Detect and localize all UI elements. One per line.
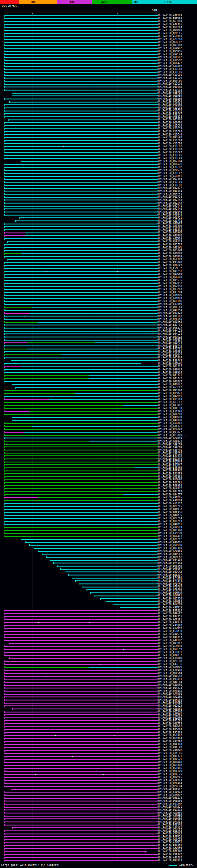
hit-label[interactable]: UniRef100_C1ICC0	[158, 181, 197, 184]
hit-bar-segment[interactable]	[4, 741, 157, 742]
hit-label[interactable]: UniRef100_Q1G512	[158, 809, 197, 812]
hit-bar-segment[interactable]	[4, 179, 157, 180]
hit-bar-segment[interactable]	[30, 545, 157, 546]
hit-bar-segment[interactable]	[106, 601, 157, 602]
hit-bar-segment[interactable]	[4, 503, 157, 504]
hit-label[interactable]: UniRef100_C5MLJ7	[158, 267, 197, 270]
hit-bar-segment[interactable]	[4, 482, 157, 483]
hit-label[interactable]: UniRef100_Q52T40	[158, 208, 197, 211]
hit-bar-segment[interactable]	[4, 170, 157, 171]
hit-label[interactable]: UniRef100_C0SPH2	[158, 445, 197, 448]
hit-label[interactable]: UniRef100_B5G526	[158, 163, 197, 166]
hit-label[interactable]: UniRef100_Q9S535	[158, 279, 197, 282]
hit-label[interactable]: UniRef100_Q8GSW3	[158, 231, 197, 234]
hit-label[interactable]: UniRef100_B5M690	[158, 478, 197, 481]
hit-bar-segment[interactable]	[4, 75, 157, 76]
hit-label[interactable]: UniRef100_Q43742	[158, 377, 197, 380]
hit-bar-segment[interactable]	[4, 351, 157, 352]
hit-label[interactable]: UniRef100_UP1000...	[158, 434, 197, 437]
hit-label[interactable]: UniRef100_Q6RTM6	[158, 300, 197, 303]
hit-bar-segment[interactable]	[4, 399, 49, 400]
hit-bar-segment[interactable]	[50, 560, 157, 561]
hit-label[interactable]: UniRef100_A2I2I8	[158, 38, 197, 41]
hit-label[interactable]: UniRef100_B6VEH3	[158, 603, 197, 606]
hit-label[interactable]: UniRef100_B8A9D2	[158, 844, 197, 847]
hit-bar-segment[interactable]	[4, 456, 157, 456]
hit-bar-segment[interactable]	[27, 342, 95, 343]
hit-bar-segment[interactable]	[4, 691, 157, 691]
hit-label[interactable]: UniRef100_C1ICC5	[158, 124, 197, 127]
hit-label[interactable]: UniRef100_Q1H9B6	[158, 817, 197, 820]
hit-label[interactable]: UniRef100_C5WVG3	[158, 791, 197, 794]
hit-label[interactable]: UniRef100_Q6Z3X6	[158, 710, 197, 713]
hit-label[interactable]: UniRef100_B2NIV8	[158, 699, 197, 702]
hit-label[interactable]: UniRef100_B9VLW1	[158, 80, 197, 83]
hit-bar-segment[interactable]	[4, 226, 157, 227]
hit-label[interactable]: UniRef100_Q8LEJ4	[158, 797, 197, 800]
hit-label[interactable]: UniRef100_Q5DWW1	[158, 363, 197, 366]
hit-label[interactable]: UniRef100_A9PHE6	[158, 814, 197, 817]
hit-bar-segment[interactable]	[4, 834, 157, 834]
hit-label[interactable]: UniRef100_A5BJF6	[158, 422, 197, 425]
hit-bar-segment[interactable]	[4, 854, 157, 855]
hit-bar-segment[interactable]	[4, 182, 157, 183]
hit-label[interactable]: UniRef100_B9TJG9	[158, 547, 197, 550]
hit-bar-segment[interactable]	[25, 235, 157, 236]
hit-label[interactable]: UniRef100_B4FM35	[158, 514, 197, 517]
hit-label[interactable]: UniRef100_B956P0	[158, 136, 197, 139]
hit-label[interactable]: UniRef100_B4FM51	[158, 523, 197, 526]
hit-bar-segment[interactable]	[4, 194, 157, 195]
hit-bar-segment[interactable]	[4, 435, 157, 436]
hit-bar-segment[interactable]	[72, 578, 157, 579]
hit-label[interactable]: UniRef100_Q9ZWN9	[158, 273, 197, 276]
hit-bar-segment[interactable]	[4, 750, 157, 751]
hit-bar-segment[interactable]	[4, 831, 157, 831]
hit-label[interactable]: UniRef100_Q5G1B0	[158, 276, 197, 279]
hit-bar-segment[interactable]	[25, 232, 157, 234]
hit-label[interactable]: UniRef100_Q70FM1	[158, 583, 197, 586]
hit-bar-segment[interactable]	[69, 575, 157, 576]
hit-label[interactable]: UniRef100_C51UN9	[158, 303, 197, 306]
hit-label[interactable]: UniRef100_A5HXK1	[158, 175, 197, 178]
hit-bar-segment[interactable]	[4, 244, 157, 245]
hit-bar-segment[interactable]	[4, 131, 157, 132]
hit-bar-segment[interactable]	[4, 206, 157, 207]
hit-label[interactable]: UniRef100_Q52T42	[158, 198, 197, 202]
hit-label[interactable]: UniRef100_Q9LF21	[158, 216, 197, 220]
hit-bar-segment[interactable]	[4, 57, 157, 58]
hit-bar-segment[interactable]	[4, 140, 157, 141]
hit-label[interactable]: UniRef100_A9PGM7	[158, 59, 197, 62]
hit-bar-segment[interactable]	[4, 250, 157, 251]
hit-label[interactable]: UniRef100_B5G4T3	[158, 535, 197, 538]
hit-label[interactable]: UniRef100_Q95W55	[158, 50, 197, 53]
hit-bar-segment[interactable]	[4, 39, 157, 40]
hit-bar-segment[interactable]	[4, 524, 157, 525]
hit-bar-segment[interactable]	[4, 143, 157, 144]
hit-bar-segment[interactable]	[4, 36, 157, 37]
hit-label[interactable]: UniRef100_B2KZY2	[158, 538, 197, 541]
hit-bar-segment[interactable]	[4, 247, 157, 248]
hit-bar-segment[interactable]	[30, 411, 157, 412]
hit-label[interactable]: UniRef100_Q71ZQ7	[158, 243, 197, 246]
hit-label[interactable]: UniRef100_Q8S2W1	[158, 246, 197, 249]
hit-bar-segment[interactable]	[4, 533, 157, 534]
hit-bar-segment[interactable]	[4, 125, 157, 126]
hit-label[interactable]: UniRef100_Q40344	[158, 190, 197, 193]
hit-label[interactable]: UniRef100_A6QKF0	[158, 684, 197, 687]
hit-label[interactable]: UniRef100_C1ICD1	[158, 73, 197, 77]
hit-label[interactable]: UniRef100_B4F9H3	[158, 466, 197, 470]
hit-bar-segment[interactable]	[4, 706, 157, 706]
hit-bar-segment[interactable]	[4, 429, 157, 430]
hit-label[interactable]: UniRef100_Q9SGL7	[158, 380, 197, 383]
hit-label[interactable]: UniRef100_A5B3B3	[158, 35, 197, 38]
hit-label[interactable]: UniRef100_B43F31	[158, 323, 197, 327]
hit-bar-segment[interactable]	[4, 851, 145, 852]
hit-label[interactable]: UniRef100_C1IC59	[158, 127, 197, 130]
hit-bar-segment[interactable]	[4, 304, 157, 305]
hit-label[interactable]: UniRef100_Q4Q350	[158, 100, 197, 103]
hit-label[interactable]: UniRef100_Q55RK4	[158, 320, 197, 323]
hit-label[interactable]: UniRef100_B98J53	[158, 636, 197, 639]
hit-bar-segment[interactable]	[4, 87, 157, 88]
hit-bar-segment[interactable]	[4, 45, 157, 46]
hit-bar-segment[interactable]	[4, 27, 157, 28]
